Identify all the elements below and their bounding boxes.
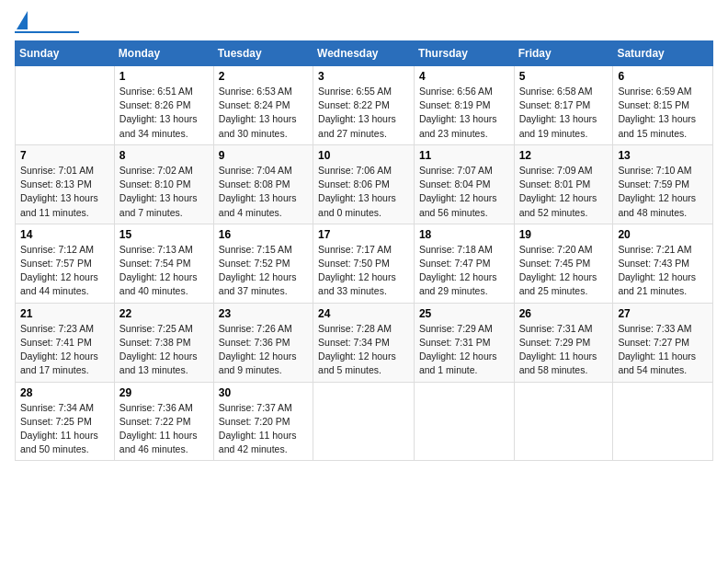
day-content: Sunrise: 7:18 AM Sunset: 7:47 PM Dayligh… <box>419 243 509 299</box>
weekday-header-wednesday: Wednesday <box>313 41 415 66</box>
day-number: 21 <box>20 307 109 320</box>
weekday-header-tuesday: Tuesday <box>213 41 313 66</box>
calendar-cell: 13Sunrise: 7:10 AM Sunset: 7:59 PM Dayli… <box>613 144 713 224</box>
calendar-cell: 23Sunrise: 7:26 AM Sunset: 7:36 PM Dayli… <box>213 303 313 382</box>
day-number: 24 <box>318 307 409 320</box>
logo-underline <box>15 31 79 33</box>
day-content: Sunrise: 7:25 AM Sunset: 7:38 PM Dayligh… <box>119 322 209 378</box>
day-content: Sunrise: 7:28 AM Sunset: 7:34 PM Dayligh… <box>318 322 409 378</box>
calendar-cell: 12Sunrise: 7:09 AM Sunset: 8:01 PM Dayli… <box>514 144 613 224</box>
day-content: Sunrise: 7:33 AM Sunset: 7:27 PM Dayligh… <box>618 322 708 378</box>
calendar-cell: 27Sunrise: 7:33 AM Sunset: 7:27 PM Dayli… <box>613 303 713 382</box>
calendar-cell: 19Sunrise: 7:20 AM Sunset: 7:45 PM Dayli… <box>514 224 613 303</box>
weekday-header-sunday: Sunday <box>16 41 115 66</box>
day-number: 3 <box>318 70 409 83</box>
day-content: Sunrise: 7:06 AM Sunset: 8:06 PM Dayligh… <box>318 164 409 220</box>
day-content: Sunrise: 7:13 AM Sunset: 7:54 PM Dayligh… <box>119 243 209 299</box>
day-number: 7 <box>20 149 109 162</box>
calendar-week-5: 28Sunrise: 7:34 AM Sunset: 7:25 PM Dayli… <box>16 382 713 461</box>
day-content: Sunrise: 7:10 AM Sunset: 7:59 PM Dayligh… <box>618 164 708 220</box>
day-number: 2 <box>219 70 308 83</box>
calendar-week-4: 21Sunrise: 7:23 AM Sunset: 7:41 PM Dayli… <box>16 303 713 382</box>
day-content: Sunrise: 7:01 AM Sunset: 8:13 PM Dayligh… <box>20 164 109 220</box>
day-number: 10 <box>318 149 409 162</box>
day-number: 16 <box>219 228 308 241</box>
weekday-header-thursday: Thursday <box>414 41 514 66</box>
calendar-header: SundayMondayTuesdayWednesdayThursdayFrid… <box>16 41 713 66</box>
day-content: Sunrise: 7:23 AM Sunset: 7:41 PM Dayligh… <box>20 322 109 378</box>
day-content: Sunrise: 6:59 AM Sunset: 8:15 PM Dayligh… <box>618 85 708 141</box>
calendar-cell: 30Sunrise: 7:37 AM Sunset: 7:20 PM Dayli… <box>213 382 313 461</box>
day-content: Sunrise: 7:04 AM Sunset: 8:08 PM Dayligh… <box>219 164 308 220</box>
day-number: 11 <box>419 149 509 162</box>
calendar-cell: 10Sunrise: 7:06 AM Sunset: 8:06 PM Dayli… <box>313 144 415 224</box>
day-number: 29 <box>119 386 209 399</box>
calendar-cell: 17Sunrise: 7:17 AM Sunset: 7:50 PM Dayli… <box>313 224 415 303</box>
calendar-cell: 22Sunrise: 7:25 AM Sunset: 7:38 PM Dayli… <box>114 303 213 382</box>
calendar-week-3: 14Sunrise: 7:12 AM Sunset: 7:57 PM Dayli… <box>16 224 713 303</box>
day-content: Sunrise: 7:15 AM Sunset: 7:52 PM Dayligh… <box>219 243 308 299</box>
day-number: 19 <box>519 228 609 241</box>
day-number: 6 <box>618 70 708 83</box>
day-content: Sunrise: 6:53 AM Sunset: 8:24 PM Dayligh… <box>219 85 308 141</box>
day-content: Sunrise: 7:34 AM Sunset: 7:25 PM Dayligh… <box>20 401 109 457</box>
calendar-cell <box>16 66 115 145</box>
day-content: Sunrise: 7:02 AM Sunset: 8:10 PM Dayligh… <box>119 164 209 220</box>
day-number: 4 <box>419 70 509 83</box>
calendar-cell: 21Sunrise: 7:23 AM Sunset: 7:41 PM Dayli… <box>16 303 115 382</box>
day-content: Sunrise: 7:37 AM Sunset: 7:20 PM Dayligh… <box>219 401 308 457</box>
day-content: Sunrise: 7:26 AM Sunset: 7:36 PM Dayligh… <box>219 322 308 378</box>
calendar-week-1: 1Sunrise: 6:51 AM Sunset: 8:26 PM Daylig… <box>16 66 713 145</box>
calendar-cell: 6Sunrise: 6:59 AM Sunset: 8:15 PM Daylig… <box>613 66 713 145</box>
day-number: 23 <box>219 307 308 320</box>
calendar-cell: 26Sunrise: 7:31 AM Sunset: 7:29 PM Dayli… <box>514 303 613 382</box>
day-content: Sunrise: 7:31 AM Sunset: 7:29 PM Dayligh… <box>519 322 609 378</box>
calendar-cell: 8Sunrise: 7:02 AM Sunset: 8:10 PM Daylig… <box>114 144 213 224</box>
calendar-cell <box>313 382 415 461</box>
day-content: Sunrise: 6:58 AM Sunset: 8:17 PM Dayligh… <box>519 85 609 141</box>
calendar-cell: 28Sunrise: 7:34 AM Sunset: 7:25 PM Dayli… <box>16 382 115 461</box>
weekday-header-friday: Friday <box>514 41 613 66</box>
logo <box>15 15 79 33</box>
calendar-cell: 2Sunrise: 6:53 AM Sunset: 8:24 PM Daylig… <box>213 66 313 145</box>
calendar-cell <box>414 382 514 461</box>
day-content: Sunrise: 7:29 AM Sunset: 7:31 PM Dayligh… <box>419 322 509 378</box>
calendar-cell: 25Sunrise: 7:29 AM Sunset: 7:31 PM Dayli… <box>414 303 514 382</box>
logo-text <box>15 15 28 29</box>
calendar-cell: 7Sunrise: 7:01 AM Sunset: 8:13 PM Daylig… <box>16 144 115 224</box>
calendar-body: 1Sunrise: 6:51 AM Sunset: 8:26 PM Daylig… <box>16 66 713 461</box>
day-content: Sunrise: 7:17 AM Sunset: 7:50 PM Dayligh… <box>318 243 409 299</box>
calendar-cell: 15Sunrise: 7:13 AM Sunset: 7:54 PM Dayli… <box>114 224 213 303</box>
day-content: Sunrise: 7:09 AM Sunset: 8:01 PM Dayligh… <box>519 164 609 220</box>
day-number: 14 <box>20 228 109 241</box>
day-content: Sunrise: 6:56 AM Sunset: 8:19 PM Dayligh… <box>419 85 509 141</box>
day-number: 5 <box>519 70 609 83</box>
calendar-cell: 29Sunrise: 7:36 AM Sunset: 7:22 PM Dayli… <box>114 382 213 461</box>
day-number: 30 <box>219 386 308 399</box>
weekday-header-row: SundayMondayTuesdayWednesdayThursdayFrid… <box>16 41 713 66</box>
calendar-cell: 5Sunrise: 6:58 AM Sunset: 8:17 PM Daylig… <box>514 66 613 145</box>
day-content: Sunrise: 7:07 AM Sunset: 8:04 PM Dayligh… <box>419 164 509 220</box>
day-number: 25 <box>419 307 509 320</box>
day-number: 28 <box>20 386 109 399</box>
calendar-cell: 9Sunrise: 7:04 AM Sunset: 8:08 PM Daylig… <box>213 144 313 224</box>
calendar-cell: 1Sunrise: 6:51 AM Sunset: 8:26 PM Daylig… <box>114 66 213 145</box>
day-content: Sunrise: 7:36 AM Sunset: 7:22 PM Dayligh… <box>119 401 209 457</box>
weekday-header-monday: Monday <box>114 41 213 66</box>
day-number: 26 <box>519 307 609 320</box>
calendar-cell <box>613 382 713 461</box>
day-number: 15 <box>119 228 209 241</box>
day-number: 22 <box>119 307 209 320</box>
day-number: 9 <box>219 149 308 162</box>
calendar-cell: 4Sunrise: 6:56 AM Sunset: 8:19 PM Daylig… <box>414 66 514 145</box>
day-number: 17 <box>318 228 409 241</box>
calendar-cell: 24Sunrise: 7:28 AM Sunset: 7:34 PM Dayli… <box>313 303 415 382</box>
calendar-cell: 20Sunrise: 7:21 AM Sunset: 7:43 PM Dayli… <box>613 224 713 303</box>
day-content: Sunrise: 7:20 AM Sunset: 7:45 PM Dayligh… <box>519 243 609 299</box>
day-content: Sunrise: 7:21 AM Sunset: 7:43 PM Dayligh… <box>618 243 708 299</box>
day-number: 18 <box>419 228 509 241</box>
weekday-header-saturday: Saturday <box>613 41 713 66</box>
day-content: Sunrise: 7:12 AM Sunset: 7:57 PM Dayligh… <box>20 243 109 299</box>
calendar-cell: 16Sunrise: 7:15 AM Sunset: 7:52 PM Dayli… <box>213 224 313 303</box>
calendar-week-2: 7Sunrise: 7:01 AM Sunset: 8:13 PM Daylig… <box>16 144 713 224</box>
